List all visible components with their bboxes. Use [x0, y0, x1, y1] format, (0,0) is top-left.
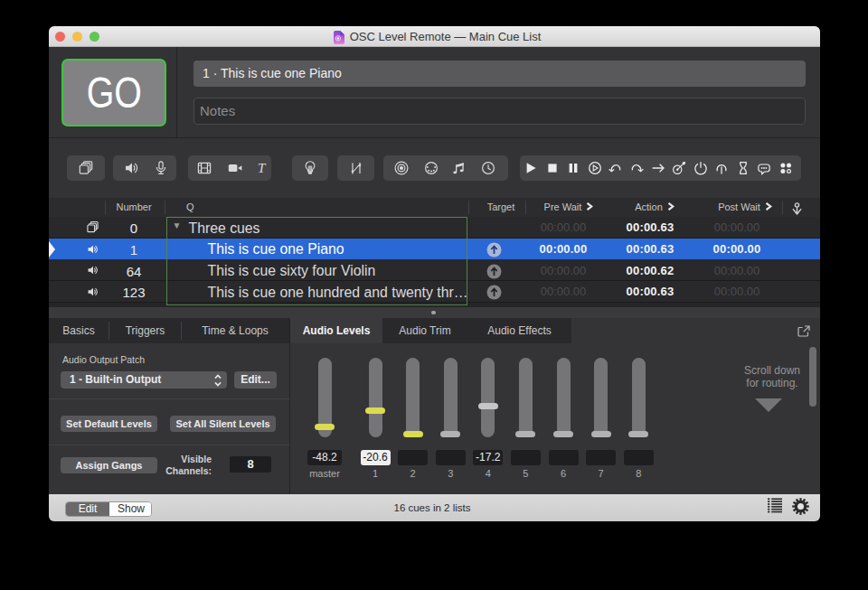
svg-text:T: T	[258, 161, 267, 175]
